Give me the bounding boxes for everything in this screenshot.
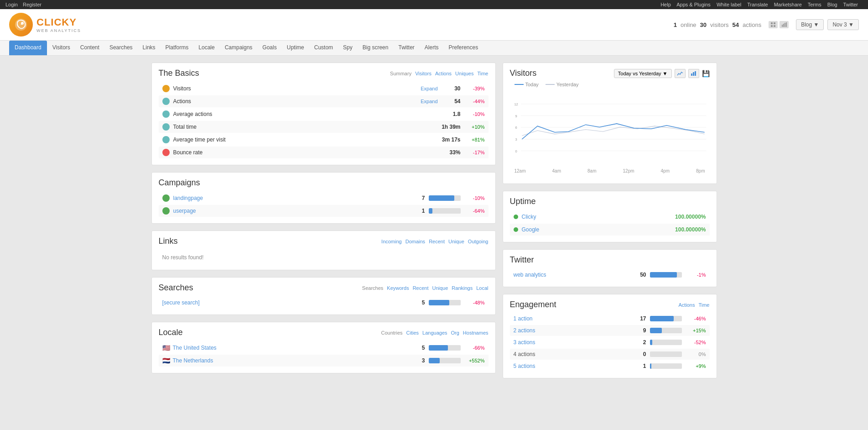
summary-actions-link[interactable]: Actions bbox=[435, 71, 452, 76]
actions-label: Actions bbox=[173, 98, 419, 105]
totaltime-change: +10% bbox=[464, 124, 485, 130]
searches-rankings[interactable]: Rankings bbox=[452, 285, 473, 291]
engagement-actions-link[interactable]: Actions bbox=[678, 302, 695, 308]
totaltime-value: 1h 39m bbox=[438, 124, 461, 130]
chart-legend: Today Yesterday bbox=[510, 82, 710, 87]
help-link[interactable]: Help bbox=[660, 2, 671, 7]
terms-link[interactable]: Terms bbox=[808, 2, 821, 7]
logo-icon bbox=[14, 18, 28, 31]
nav-campaigns[interactable]: Campaigns bbox=[220, 41, 257, 55]
searches-keywords[interactable]: Keywords bbox=[387, 285, 409, 291]
xaxis-12pm: 12pm bbox=[623, 168, 634, 173]
locale-us-label[interactable]: The United States bbox=[173, 345, 402, 351]
links-recent[interactable]: Recent bbox=[429, 239, 445, 244]
xaxis-4am: 4am bbox=[552, 168, 561, 173]
white-label-link[interactable]: White label bbox=[717, 2, 741, 7]
stat-icon-bars[interactable] bbox=[780, 21, 789, 28]
avg-change: -10% bbox=[464, 111, 485, 117]
nav-bigscreen[interactable]: Big screen bbox=[358, 41, 393, 55]
marketshare-link[interactable]: Marketshare bbox=[774, 2, 802, 7]
locale-languages[interactable]: Languages bbox=[422, 330, 447, 336]
campaign-landingpage-row: landingpage 7 -10% bbox=[159, 192, 489, 204]
chart-dropdown-btn[interactable]: Today vs Yesterday ▼ bbox=[614, 69, 672, 78]
links-unique[interactable]: Unique bbox=[448, 239, 464, 244]
nav-uptime[interactable]: Uptime bbox=[282, 41, 309, 55]
chart-bar-btn[interactable] bbox=[688, 69, 699, 78]
nav-platforms[interactable]: Platforms bbox=[161, 41, 193, 55]
locale-nl-label[interactable]: The Netherlands bbox=[173, 357, 402, 364]
search-change-1: -48% bbox=[464, 300, 485, 305]
avgtime-value: 3m 17s bbox=[438, 136, 461, 143]
nav-links[interactable]: Links bbox=[138, 41, 160, 55]
links-domains[interactable]: Domains bbox=[405, 239, 425, 244]
nav-content[interactable]: Content bbox=[76, 41, 104, 55]
chart-save-icon[interactable]: 💾 bbox=[702, 70, 710, 77]
engagement-1action-label[interactable]: 1 action bbox=[514, 315, 624, 322]
apps-plugins-link[interactable]: Apps & Plugins bbox=[676, 2, 711, 7]
summary-visitors-link[interactable]: Visitors bbox=[415, 71, 431, 76]
engagement-3actions-label[interactable]: 3 actions bbox=[514, 339, 624, 346]
login-link[interactable]: Login bbox=[5, 2, 18, 7]
stat-icon-grid[interactable] bbox=[769, 21, 778, 28]
locale-hostnames[interactable]: Hostnames bbox=[463, 330, 489, 336]
svg-rect-8 bbox=[785, 23, 785, 27]
nav-twitter[interactable]: Twitter bbox=[394, 41, 419, 55]
search-bar-1 bbox=[429, 300, 450, 305]
summary-time-link[interactable]: Time bbox=[477, 71, 488, 76]
chart-line-btn[interactable] bbox=[675, 69, 686, 78]
nav-goals[interactable]: Goals bbox=[258, 41, 281, 55]
basics-summary: Summary Visitors Actions Uniques Time bbox=[390, 71, 488, 76]
blog-topbar-link[interactable]: Blog bbox=[827, 2, 837, 7]
engagement-5actions-label[interactable]: 5 actions bbox=[514, 363, 624, 369]
avgtime-icon bbox=[162, 136, 170, 143]
links-incoming[interactable]: Incoming bbox=[381, 239, 402, 244]
searches-recent[interactable]: Recent bbox=[413, 285, 429, 291]
search-label-1[interactable]: [secure search] bbox=[162, 299, 402, 306]
nav-dashboard[interactable]: Dashboard bbox=[9, 41, 47, 55]
actions-count: 54 bbox=[733, 21, 739, 28]
nav-visitors[interactable]: Visitors bbox=[48, 41, 75, 55]
engagement-2actions-change: +15% bbox=[686, 328, 706, 333]
actions-expand[interactable]: Expand bbox=[421, 99, 437, 104]
links-title: Links bbox=[159, 236, 178, 246]
visitors-chart-title: Visitors bbox=[510, 68, 537, 78]
nav-preferences[interactable]: Preferences bbox=[444, 41, 483, 55]
links-header: Links Incoming Domains Recent Unique Out… bbox=[159, 236, 489, 246]
locale-nl-row: 🇳🇱 The Netherlands 3 +552% bbox=[159, 355, 489, 367]
translate-link[interactable]: Translate bbox=[747, 2, 768, 7]
blog-button[interactable]: Blog ▼ bbox=[796, 19, 824, 30]
uptime-clicky-label[interactable]: Clicky bbox=[522, 214, 676, 220]
visitors-expand[interactable]: Expand bbox=[421, 86, 437, 91]
visitors-chart-section: Visitors Today vs Yesterday ▼ 💾 Today bbox=[503, 63, 717, 184]
campaigns-title: Campaigns bbox=[159, 178, 200, 188]
uptime-google-label[interactable]: Google bbox=[522, 226, 676, 233]
basics-avg-row: Average actions 1.8 -10% bbox=[159, 108, 489, 120]
engagement-1action-row: 1 action 17 -46% bbox=[510, 313, 710, 324]
nav-custom[interactable]: Custom bbox=[310, 41, 338, 55]
nav-alerts[interactable]: Alerts bbox=[420, 41, 443, 55]
twitter-topbar-link[interactable]: Twitter bbox=[843, 2, 858, 7]
legend-today: Today bbox=[515, 82, 539, 87]
online-count: 1 bbox=[674, 21, 677, 28]
nav-locale[interactable]: Locale bbox=[194, 41, 219, 55]
xaxis-8pm: 8pm bbox=[696, 168, 705, 173]
summary-uniques-link[interactable]: Uniques bbox=[455, 71, 473, 76]
xaxis-8am: 8am bbox=[587, 168, 596, 173]
engagement-2actions-label[interactable]: 2 actions bbox=[514, 327, 624, 334]
searches-local[interactable]: Local bbox=[476, 285, 488, 291]
twitter-webanalytics-label[interactable]: web analytics bbox=[514, 272, 624, 278]
nav-spy[interactable]: Spy bbox=[338, 41, 357, 55]
engagement-time-link[interactable]: Time bbox=[698, 302, 709, 308]
campaign-landingpage-label[interactable]: landingpage bbox=[173, 195, 402, 201]
svg-rect-12 bbox=[695, 71, 696, 76]
visitors-label: visitors bbox=[710, 21, 728, 28]
register-link[interactable]: Register bbox=[23, 2, 42, 7]
nav-searches[interactable]: Searches bbox=[105, 41, 137, 55]
links-outgoing[interactable]: Outgoing bbox=[468, 239, 489, 244]
locale-cities[interactable]: Cities bbox=[406, 330, 419, 336]
campaigns-section: Campaigns landingpage 7 -10% userpage 1 … bbox=[151, 172, 496, 224]
searches-unique[interactable]: Unique bbox=[432, 285, 448, 291]
locale-org[interactable]: Org bbox=[451, 330, 459, 336]
campaign-userpage-label[interactable]: userpage bbox=[173, 208, 402, 214]
date-button[interactable]: Nov 3 ▼ bbox=[827, 19, 859, 30]
